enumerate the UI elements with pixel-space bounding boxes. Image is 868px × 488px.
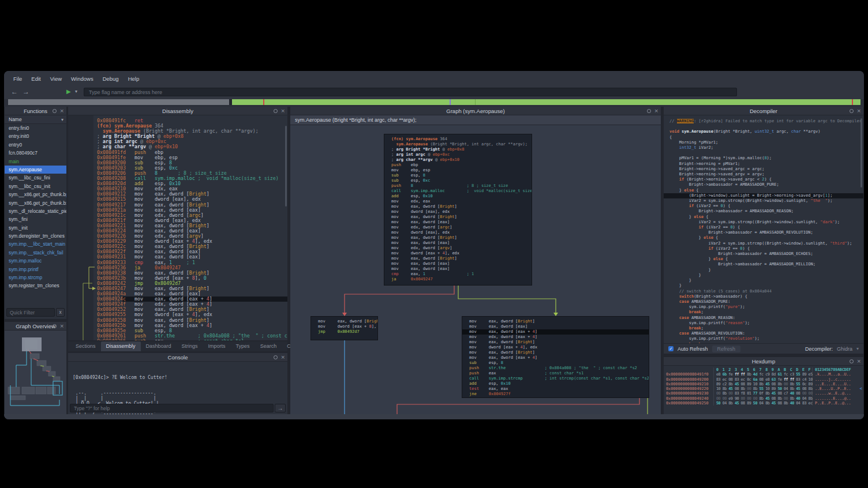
code-line[interactable]: mov eax, dword [Bright] bbox=[391, 235, 525, 241]
code-line[interactable]: mov eax, dword [eax + 4] bbox=[469, 355, 642, 361]
close-icon[interactable]: × bbox=[280, 355, 285, 360]
close-icon[interactable]: × bbox=[856, 108, 861, 114]
code-line[interactable]: call sym.imp.malloc ; void *malloc(size_… bbox=[391, 189, 525, 194]
code-line[interactable]: mov edx, dword [argv] bbox=[391, 246, 525, 251]
code-line[interactable]: mov eax, dword [eax] bbox=[391, 266, 525, 272]
minimap-viewport[interactable] bbox=[22, 337, 42, 351]
code-line[interactable]: // switch table (5 cases) at 0x804a044 bbox=[669, 289, 863, 294]
function-item[interactable]: sym.Aeropause bbox=[5, 166, 66, 174]
code-line[interactable]: mov dword [eax + 8], 0 bbox=[318, 324, 371, 329]
code-line[interactable]: mov edx, dword [eax + 4] bbox=[469, 335, 642, 340]
function-item[interactable]: sym._init bbox=[5, 224, 66, 232]
panel-menu-icon[interactable] bbox=[274, 355, 278, 359]
menu-item-debug[interactable]: Debug bbox=[103, 76, 119, 86]
code-line[interactable]: mov eax, dword [eax] bbox=[391, 241, 525, 246]
code-line[interactable]: mov eax, dword [eax] bbox=[391, 220, 525, 225]
code-line[interactable]: mov eax, dword [Bright] bbox=[469, 319, 642, 324]
back-button[interactable]: ← bbox=[11, 88, 18, 96]
code-line[interactable]: case AMBASSADOR_PURE: bbox=[669, 299, 863, 305]
panel-menu-icon[interactable] bbox=[850, 359, 854, 363]
code-line[interactable]: } bbox=[669, 273, 863, 278]
disassembly-code[interactable]: 0x080491fc ret(fcn) sym.Aeropause 364 sy… bbox=[68, 115, 287, 340]
code-line[interactable]: Bright->morning = pMVar1; bbox=[669, 162, 863, 167]
code-line[interactable]: pMVar1 = (Morning *)sym.imp.malloc(8); bbox=[669, 156, 863, 161]
hexdump-row[interactable]: 0x000000000804922010 8b 45 08 8b 00 8b 5… bbox=[666, 386, 863, 391]
function-item[interactable]: sym._fini bbox=[5, 215, 66, 223]
code-line[interactable]: push str.the ; 0x804a008 ; "the " ; cons… bbox=[469, 366, 642, 371]
code-line[interactable]: mov eax, dword [Bright] bbox=[391, 215, 525, 220]
code-line[interactable]: Bright->ambassador = AMBASSADOR_ECHOES; bbox=[669, 251, 863, 257]
menu-item-help[interactable]: Help bbox=[128, 76, 140, 86]
code-line[interactable]: add esp, 0x10 bbox=[469, 381, 642, 386]
code-line[interactable]: break; bbox=[669, 326, 863, 331]
code-line[interactable]: Bright->ambassador = AMBASSADOR_PURE; bbox=[669, 182, 863, 187]
code-line[interactable]: mov ebp, esp bbox=[391, 168, 525, 173]
code-line[interactable]: mov eax, dword [eax + 4] bbox=[462, 329, 649, 335]
code-line[interactable]: ; arg char **argv @ ebp+0x10 bbox=[391, 157, 525, 163]
hexdump-row[interactable]: 0x000000000804925050 04 8b 45 08 89 50 0… bbox=[666, 401, 863, 406]
function-item[interactable]: sym.imp.__libc_start_main bbox=[5, 240, 66, 248]
hexdump-row[interactable]: 0x00000000080491f0e8 6b fe ff ff 8b 4d f… bbox=[666, 372, 863, 377]
refresh-button[interactable]: Refresh bbox=[712, 346, 741, 352]
tab-strings[interactable]: Strings bbox=[177, 341, 203, 351]
code-line[interactable]: cmp eax, 1 ; 1 bbox=[391, 272, 525, 277]
code-line[interactable]: iVar2 = sym.imp.strcmp((Bright->window).… bbox=[669, 198, 863, 204]
code-line[interactable]: sym.Aeropause (Bright *Bright, int argc,… bbox=[391, 142, 525, 147]
code-line[interactable]: case AMBASSADOR_REVOLUTION: bbox=[669, 331, 863, 336]
tab-dashboard[interactable]: Dashboard bbox=[141, 341, 177, 351]
code-line[interactable]: (fcn) sym.Aeropause 364 bbox=[391, 137, 525, 142]
code-line[interactable]: ; arg int argc @ ebp+0xc bbox=[391, 152, 525, 157]
tab-sections[interactable]: Sections bbox=[70, 341, 101, 351]
code-line[interactable]: int32_t iVar2; bbox=[669, 145, 863, 151]
function-item[interactable]: sym.imp.malloc bbox=[5, 257, 66, 265]
code-line[interactable]: mov edx, dword [argc] bbox=[391, 225, 525, 230]
code-line[interactable]: // WARNING: [r2ghidra] Failed to match t… bbox=[669, 119, 863, 124]
code-line[interactable]: Bright->morning->saved_argc = argc; bbox=[669, 167, 863, 172]
function-item[interactable]: sym._dl_relocate_static_pie bbox=[5, 207, 66, 215]
quick-filter-input[interactable] bbox=[6, 308, 55, 317]
clear-filter-button[interactable]: x bbox=[56, 308, 65, 317]
menu-item-windows[interactable]: Windows bbox=[71, 76, 93, 86]
code-line[interactable]: sym.imp.printf("pure"); bbox=[669, 305, 863, 310]
function-item[interactable]: fcn.080490c7 bbox=[5, 149, 66, 157]
functions-name-header[interactable]: Name ▾ bbox=[5, 115, 66, 124]
code-line[interactable]: mov dword [eax + 4], edx bbox=[469, 345, 642, 350]
code-line[interactable]: } bbox=[669, 278, 863, 283]
address-search-input[interactable] bbox=[84, 88, 737, 96]
code-line[interactable]: sym.imp.printf("revolution"); bbox=[669, 336, 863, 341]
code-line[interactable]: mov eax, dword [Bright] bbox=[469, 340, 642, 345]
code-line[interactable]: } bbox=[669, 283, 863, 288]
code-line[interactable]: 0x08049266 push eax ; const char *s1 bbox=[97, 339, 287, 340]
code-line[interactable]: mov dword [eax + 4], edx bbox=[391, 251, 525, 256]
code-line[interactable]: jne 0x804927f bbox=[469, 392, 642, 397]
code-line[interactable]: add esp, 0x10 bbox=[391, 194, 525, 199]
code-line[interactable]: break; bbox=[669, 310, 863, 315]
tab-imports[interactable]: Imports bbox=[203, 341, 231, 351]
code-line[interactable]: Bright->ambassador = AMBASSADOR_MILLION; bbox=[669, 262, 863, 267]
function-item[interactable]: sym.imp.printf bbox=[5, 265, 66, 273]
console-send-button[interactable]: → bbox=[275, 404, 286, 412]
function-item[interactable]: sym.__libc_csu_init bbox=[5, 182, 66, 190]
code-line[interactable]: sub esp, 0xc bbox=[391, 178, 525, 183]
code-line[interactable]: void sym.Aeropause(Bright *Bright, uint3… bbox=[669, 129, 863, 134]
console-input[interactable] bbox=[70, 404, 274, 412]
code-line[interactable]: } else { bbox=[669, 188, 863, 193]
code-line[interactable]: mov eax, dword [eax] bbox=[391, 261, 525, 266]
tab-disassembly[interactable]: Disassembly bbox=[101, 341, 141, 351]
panel-menu-icon[interactable] bbox=[274, 109, 278, 113]
code-line[interactable]: push ebp bbox=[391, 163, 525, 168]
code-line[interactable]: mov edx, eax bbox=[391, 199, 525, 204]
function-item[interactable]: sym.__libc_csu_fini bbox=[5, 174, 66, 182]
hexdump-row[interactable]: 0x000000000804923000 8b 00 83 f8 01 77 0… bbox=[666, 391, 863, 396]
close-icon[interactable]: × bbox=[59, 108, 64, 114]
decompiler-engine-select[interactable]: Ghidra bbox=[837, 346, 852, 352]
close-icon[interactable]: × bbox=[59, 324, 64, 329]
code-line[interactable]: { bbox=[669, 135, 863, 140]
code-line[interactable]: if (iVar2 == 0) { bbox=[669, 225, 863, 230]
function-item[interactable]: sym.__x86.get_pc_thunk.bp bbox=[5, 190, 66, 198]
code-line[interactable]: mov dword [eax], edx bbox=[391, 230, 525, 235]
code-line[interactable]: mov eax, dword [Bright] bbox=[391, 256, 525, 261]
panel-menu-icon[interactable] bbox=[647, 109, 651, 113]
code-line[interactable]: switch(Bright->ambassador) { bbox=[669, 294, 863, 299]
code-line[interactable]: push eax ; const char *s1 bbox=[469, 371, 642, 376]
